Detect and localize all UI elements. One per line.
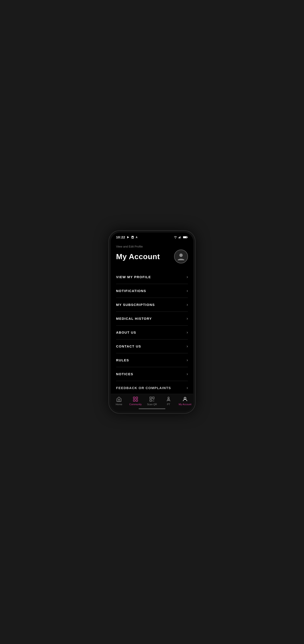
pt-nav-icon <box>166 396 171 402</box>
svg-rect-15 <box>136 400 138 402</box>
chevron-icon-my-subscriptions: › <box>187 302 188 307</box>
menu-label-view-profile: VIEW MY PROFILE <box>116 275 151 279</box>
nav-item-my-account[interactable]: My Account <box>177 396 193 406</box>
status-time: 10:22 <box>116 235 125 239</box>
status-icons <box>174 236 188 238</box>
nav-item-home[interactable]: Home <box>111 396 127 406</box>
nav-item-scan-qr[interactable]: Scan QR <box>144 396 160 406</box>
svg-rect-17 <box>152 397 154 399</box>
chevron-icon-notifications: › <box>187 288 188 293</box>
chevron-icon-medical-history: › <box>187 316 188 321</box>
nav-label-community: Community <box>129 403 142 406</box>
nav-item-pt[interactable]: PT <box>160 396 177 406</box>
svg-rect-2 <box>132 237 133 238</box>
home-nav-icon <box>116 396 122 402</box>
chevron-icon-about-us: › <box>187 330 188 335</box>
bottom-nav: Home Community <box>111 394 193 407</box>
scan-qr-nav-icon <box>149 396 155 402</box>
menu-item-partial[interactable]: FEEDBACK OR COMPLAINTS › <box>116 381 188 392</box>
menu-label-medical-history: MEDICAL HISTORY <box>116 317 152 320</box>
svg-rect-18 <box>150 400 152 402</box>
camera-notch <box>151 234 153 238</box>
svg-rect-10 <box>187 237 188 238</box>
menu-item-view-profile[interactable]: VIEW MY PROFILE › <box>116 270 188 284</box>
menu-item-rules[interactable]: RULES › <box>116 353 188 367</box>
menu-label-notices: NOTICES <box>116 372 133 376</box>
menu-item-notifications[interactable]: NOTIFICATIONS › <box>116 284 188 298</box>
community-nav-icon <box>133 396 138 402</box>
nav-item-community[interactable]: Community <box>127 396 144 406</box>
home-indicator <box>111 407 193 412</box>
svg-rect-4 <box>178 237 179 238</box>
svg-text:A: A <box>136 236 138 238</box>
nav-label-pt: PT <box>167 403 170 406</box>
svg-rect-26 <box>168 399 169 400</box>
svg-rect-14 <box>133 400 135 402</box>
nav-label-scan-qr: Scan QR <box>147 403 157 406</box>
my-account-nav-icon <box>182 396 188 402</box>
menu-item-contact-us[interactable]: CONTACT US › <box>116 340 188 353</box>
svg-point-27 <box>184 397 186 399</box>
svg-rect-13 <box>136 397 138 399</box>
chevron-icon-contact-us: › <box>187 344 188 348</box>
menu-item-about-us[interactable]: ABOUT US › <box>116 326 188 340</box>
svg-rect-9 <box>183 236 187 238</box>
svg-point-11 <box>179 254 183 257</box>
menu-item-medical-history[interactable]: MEDICAL HISTORY › <box>116 312 188 326</box>
menu-label-about-us: ABOUT US <box>116 330 136 334</box>
menu-label-contact-us: CONTACT US <box>116 344 141 348</box>
menu-item-my-subscriptions[interactable]: MY SUBSCRIPTIONS › <box>116 298 188 312</box>
menu-item-notices[interactable]: NOTICES › <box>116 367 188 381</box>
menu-label-rules: RULES <box>116 358 129 362</box>
main-content: View and Edit Profile My Account VIEW MY… <box>111 240 193 394</box>
sim-icon <box>131 236 134 239</box>
home-bar <box>139 408 165 409</box>
header-row: My Account <box>116 250 188 264</box>
menu-list: VIEW MY PROFILE › NOTIFICATIONS › MY SUB… <box>116 270 188 381</box>
wifi-icon <box>174 236 177 238</box>
svg-rect-5 <box>179 237 180 238</box>
svg-rect-6 <box>180 236 180 238</box>
svg-rect-12 <box>133 397 135 399</box>
svg-marker-0 <box>127 236 129 238</box>
signal-icon <box>178 236 182 238</box>
play-icon <box>127 236 130 239</box>
page-title: My Account <box>116 252 160 261</box>
partial-item-label: FEEDBACK OR COMPLAINTS <box>116 386 171 390</box>
nav-label-home: Home <box>116 403 122 406</box>
battery-icon <box>183 236 188 238</box>
avatar[interactable] <box>174 250 188 264</box>
svg-point-25 <box>168 397 169 398</box>
chevron-icon-notices: › <box>187 372 188 376</box>
menu-label-notifications: NOTIFICATIONS <box>116 289 146 293</box>
page-subtitle: View and Edit Profile <box>116 245 188 248</box>
chevron-icon-rules: › <box>187 358 188 362</box>
menu-label-my-subscriptions: MY SUBSCRIPTIONS <box>116 303 155 306</box>
avatar-icon <box>177 252 185 261</box>
partial-chevron-icon: › <box>187 386 188 390</box>
nav-label-my-account: My Account <box>179 403 191 406</box>
font-icon: A <box>136 236 139 239</box>
svg-rect-7 <box>180 236 181 238</box>
svg-rect-16 <box>150 397 152 399</box>
chevron-icon-view-profile: › <box>187 274 188 279</box>
